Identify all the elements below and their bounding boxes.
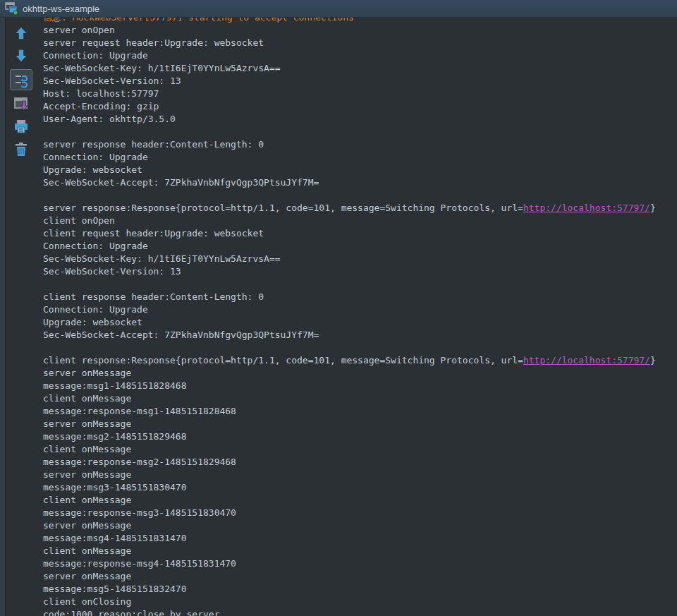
console-text: server response:Response{protocol=http/1…	[43, 203, 523, 213]
title-bar: okhttp-ws-example	[0, 0, 677, 18]
console-line: message:msg5-1485151832470	[43, 583, 677, 596]
console-line: Upgrade: websocket	[43, 164, 677, 176]
console-line: server onMessage	[43, 418, 677, 430]
console-line: Connection: Upgrade	[43, 240, 677, 253]
scroll-to-end-icon	[13, 95, 30, 112]
console-line: client onOpen	[43, 215, 677, 227]
console-lines: 信息: MockWebServer[57797] starting to acc…	[43, 18, 677, 616]
console-line: Connection: Upgrade	[43, 151, 677, 164]
console-url-link[interactable]: http://localhost:57797/	[523, 203, 650, 213]
console-line: Accept-Encoding: gzip	[43, 100, 677, 113]
console-text: }	[650, 203, 656, 213]
soft-wrap-icon	[13, 71, 30, 88]
console-line: server onMessage	[43, 519, 677, 532]
arrow-down-icon	[13, 48, 29, 64]
console-line: Connection: Upgrade	[43, 49, 677, 62]
console-line: Sec-WebSocket-Version: 13	[43, 265, 677, 278]
run-tool-window-icon	[4, 1, 18, 16]
window-title: okhttp-ws-example	[23, 4, 99, 14]
soft-wrap-toggle[interactable]	[10, 69, 32, 90]
console-line: server onMessage	[43, 367, 677, 380]
console-line: Sec-WebSocket-Accept: 7ZPkhaVnbNfgvQgp3Q…	[43, 329, 677, 342]
console-line	[43, 342, 677, 354]
console-line: client response header:Content-Length: 0	[43, 291, 677, 303]
console-line: server onOpen	[43, 24, 677, 37]
console-line: message:response-msg4-1485151831470	[43, 557, 677, 570]
console-toolbar	[6, 18, 37, 616]
console-line: Sec-WebSocket-Key: h/1tI6EjT0YYnLw5Azrvs…	[43, 253, 677, 265]
scroll-to-end-button[interactable]	[10, 95, 32, 113]
console-line: Host: localhost:57797	[43, 87, 677, 100]
console-line: Sec-WebSocket-Version: 13	[43, 75, 677, 87]
window-edge-strip	[0, 18, 6, 616]
up-stack-trace-button[interactable]	[10, 24, 32, 42]
console-line: client onMessage	[43, 392, 677, 405]
console-output[interactable]: 信息: MockWebServer[57797] starting to acc…	[37, 18, 677, 616]
console-line: Sec-WebSocket-Key: h/1tI6EjT0YYnLw5Azrvs…	[43, 62, 677, 75]
console-line: message:msg2-1485151829468	[43, 430, 677, 443]
console-url-link[interactable]: http://localhost:57797/	[523, 355, 650, 366]
console-line: message:msg3-1485151830470	[43, 481, 677, 494]
console-text: client response:Response{protocol=http/1…	[43, 355, 523, 366]
print-button[interactable]	[10, 117, 32, 135]
console-line: message:msg1-1485151828468	[43, 380, 677, 392]
print-icon	[13, 118, 30, 135]
console-line: server onMessage	[43, 570, 677, 583]
clear-all-button[interactable]	[10, 140, 32, 158]
down-stack-trace-button[interactable]	[10, 47, 32, 65]
console-line: Sec-WebSocket-Accept: 7ZPkhaVnbNfgvQgp3Q…	[43, 176, 677, 189]
clear-all-icon	[13, 140, 30, 157]
console-text: }	[650, 355, 656, 366]
console-line: message:msg4-1485151831470	[43, 532, 677, 545]
console-line: 信息: MockWebServer[57797] starting to acc…	[43, 18, 677, 24]
console-line: client request header:Upgrade: websocket	[43, 227, 677, 240]
console-line: code:1000 reason:close by server	[43, 608, 677, 616]
console-line	[43, 278, 677, 291]
console-line: client response:Response{protocol=http/1…	[43, 354, 677, 367]
console-line: client onMessage	[43, 443, 677, 456]
console-line: Upgrade: websocket	[43, 316, 677, 329]
console-line: server onMessage	[43, 469, 677, 481]
console-line: message:response-msg1-1485151828468	[43, 405, 677, 418]
console-line: client onMessage	[43, 545, 677, 557]
console-line	[43, 126, 677, 138]
console-line: Connection: Upgrade	[43, 303, 677, 316]
run-tool-window: okhttp-ws-example	[0, 0, 677, 616]
console-line: message:response-msg2-1485151829468	[43, 456, 677, 469]
console-line: server request header:Upgrade: websocket	[43, 37, 677, 49]
console-line: client onClosing	[43, 596, 677, 608]
console-line	[43, 189, 677, 202]
console-line: client onMessage	[43, 494, 677, 507]
console-line: message:response-msg3-1485151830470	[43, 507, 677, 519]
console-line: User-Agent: okhttp/3.5.0	[43, 113, 677, 126]
console-line: server response:Response{protocol=http/1…	[43, 202, 677, 215]
console-line: server response header:Content-Length: 0	[43, 138, 677, 151]
arrow-up-icon	[13, 25, 29, 41]
